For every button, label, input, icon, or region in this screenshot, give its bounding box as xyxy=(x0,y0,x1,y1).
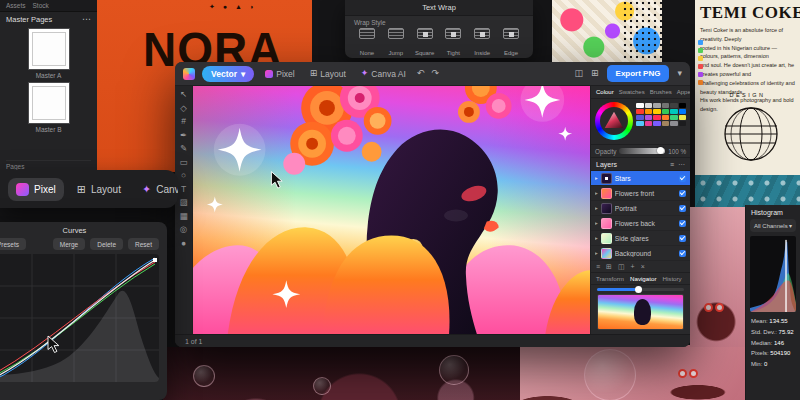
wrap-option-jump[interactable]: Jump xyxy=(383,28,409,58)
curves-graph[interactable] xyxy=(0,254,159,382)
swatch[interactable] xyxy=(645,109,653,114)
swatch[interactable] xyxy=(636,121,644,126)
layer-row-background[interactable]: ▸ Background xyxy=(591,246,690,261)
chevron-right-icon[interactable]: ▸ xyxy=(595,205,598,211)
redo-icon[interactable]: ↷ xyxy=(431,69,439,78)
persona-vector-active[interactable]: Vector ▾ xyxy=(202,66,254,82)
swatch[interactable] xyxy=(645,115,653,120)
opacity-value[interactable]: 100 % xyxy=(668,148,686,155)
swatch[interactable] xyxy=(670,103,678,108)
grid-view-icon[interactable]: ⊞ xyxy=(591,69,599,78)
pages-section-label[interactable]: Pages xyxy=(6,160,91,170)
pencil-tool-icon[interactable]: ✎ xyxy=(180,144,187,153)
swatch[interactable] xyxy=(670,109,678,114)
grid-icon[interactable]: ⊞ xyxy=(606,263,612,271)
kebab-icon[interactable]: ⋯ xyxy=(678,161,685,168)
wrap-option-tight[interactable]: Tight xyxy=(440,28,466,58)
persona-bar-canva-ai[interactable]: ✦ Canva AI xyxy=(134,179,178,200)
transparency-tool-icon[interactable]: ▦ xyxy=(179,212,187,221)
tab-colour[interactable]: Colour xyxy=(596,89,614,95)
assets-tab[interactable]: Assets xyxy=(6,2,26,9)
chevron-right-icon[interactable]: ▸ xyxy=(595,220,598,226)
channel-selector[interactable]: All Channels ▾ xyxy=(750,219,796,232)
navigator-zoom-slider[interactable] xyxy=(597,288,684,291)
tab-appearance[interactable]: Appearance xyxy=(677,89,690,95)
tab-navigator[interactable]: Navigator xyxy=(630,275,656,282)
tab-transform[interactable]: Transform xyxy=(596,275,624,282)
tab-swatches[interactable]: Swatches xyxy=(619,89,645,95)
layer-row-flowers-back[interactable]: ▸ Flowers back xyxy=(591,216,690,231)
wrap-option-none[interactable]: None xyxy=(354,28,380,58)
swatch[interactable] xyxy=(662,121,670,126)
columns-icon[interactable]: ◫ xyxy=(618,263,625,271)
undo-icon[interactable]: ↶ xyxy=(417,69,425,78)
gradient-tool-icon[interactable]: ▨ xyxy=(179,198,187,207)
persona-pixel[interactable]: Pixel xyxy=(261,66,298,82)
swatch[interactable] xyxy=(636,103,644,108)
presets-button[interactable]: Presets xyxy=(0,238,26,250)
swatch[interactable] xyxy=(662,103,670,108)
swatch[interactable] xyxy=(645,103,653,108)
chevron-right-icon[interactable]: ▸ xyxy=(595,250,598,256)
layer-visibility-checkbox[interactable] xyxy=(679,250,686,257)
persona-layout[interactable]: ⊞ Layout xyxy=(306,66,350,82)
persona-canva-ai[interactable]: ✦ Canva AI xyxy=(357,66,410,82)
menu-icon[interactable]: ≡ xyxy=(596,263,600,270)
layer-visibility-checkbox[interactable] xyxy=(679,235,686,242)
add-layer-icon[interactable]: + xyxy=(631,263,635,270)
chevron-down-icon[interactable]: ▾ xyxy=(677,69,682,78)
tab-brushes[interactable]: Brushes xyxy=(650,89,672,95)
layer-row-stars[interactable]: ▸ Stars xyxy=(591,171,690,186)
swatch[interactable] xyxy=(670,115,678,120)
master-b-thumbnail[interactable] xyxy=(28,82,70,124)
wrap-option-inside[interactable]: Inside xyxy=(469,28,495,58)
chevron-right-icon[interactable]: ▸ xyxy=(595,190,598,196)
swatch[interactable] xyxy=(653,103,661,108)
colour-triangle[interactable] xyxy=(603,110,625,132)
node-tool-icon[interactable]: ◇ xyxy=(180,104,187,113)
swatch[interactable] xyxy=(662,115,670,120)
zoom-tool-icon[interactable]: ◎ xyxy=(180,225,187,234)
wrap-option-square[interactable]: Square xyxy=(412,28,438,58)
delete-button[interactable]: Delete xyxy=(90,238,123,250)
layer-visibility-checkbox[interactable] xyxy=(679,175,686,182)
layer-visibility-checkbox[interactable] xyxy=(679,220,686,227)
delete-layer-icon[interactable]: × xyxy=(641,263,645,270)
merge-button[interactable]: Merge xyxy=(53,238,85,250)
kebab-icon[interactable]: ⋯ xyxy=(82,15,91,24)
columns-view-icon[interactable]: ◫ xyxy=(575,69,584,78)
swatch[interactable] xyxy=(679,115,687,120)
layer-visibility-checkbox[interactable] xyxy=(679,205,686,212)
swatch[interactable] xyxy=(653,109,661,114)
swatch[interactable] xyxy=(636,109,644,114)
swatch[interactable] xyxy=(653,121,661,126)
navigator-thumbnail[interactable] xyxy=(597,294,684,330)
move-tool-icon[interactable]: ↖ xyxy=(180,90,187,99)
swatch[interactable] xyxy=(679,109,687,114)
pen-tool-icon[interactable]: ✒ xyxy=(180,131,187,140)
rectangle-tool-icon[interactable]: ▭ xyxy=(179,158,187,167)
persona-bar-pixel[interactable]: Pixel xyxy=(8,178,64,201)
opacity-slider[interactable] xyxy=(619,148,665,154)
tab-history[interactable]: History xyxy=(662,275,681,282)
swatch[interactable] xyxy=(670,121,678,126)
crop-tool-icon[interactable]: # xyxy=(181,117,186,126)
export-png-button[interactable]: Export PNG xyxy=(607,65,670,82)
layer-row-flowers-front[interactable]: ▸ Flowers front xyxy=(591,186,690,201)
swatch[interactable] xyxy=(679,103,687,108)
persona-bar-layout[interactable]: ⊞ Layout xyxy=(69,179,129,200)
text-tool-icon[interactable]: T xyxy=(181,185,186,194)
swatch[interactable] xyxy=(636,115,644,120)
chevron-right-icon[interactable]: ▸ xyxy=(595,175,598,181)
layer-row-portrait[interactable]: ▸ Portrait xyxy=(591,201,690,216)
master-a-thumbnail[interactable] xyxy=(28,28,70,70)
wrap-option-edge[interactable]: Edge xyxy=(498,28,524,58)
menu-icon[interactable]: ≡ xyxy=(670,161,674,168)
layer-row-side-glares[interactable]: ▸ Side glares xyxy=(591,231,690,246)
stock-tab[interactable]: Stock xyxy=(33,2,49,9)
colour-well-icon[interactable]: ● xyxy=(181,239,186,248)
chevron-right-icon[interactable]: ▸ xyxy=(595,235,598,241)
page-indicator[interactable]: 1 of 1 xyxy=(185,338,203,345)
ellipse-tool-icon[interactable]: ○ xyxy=(181,171,186,180)
document-canvas[interactable] xyxy=(193,86,590,334)
